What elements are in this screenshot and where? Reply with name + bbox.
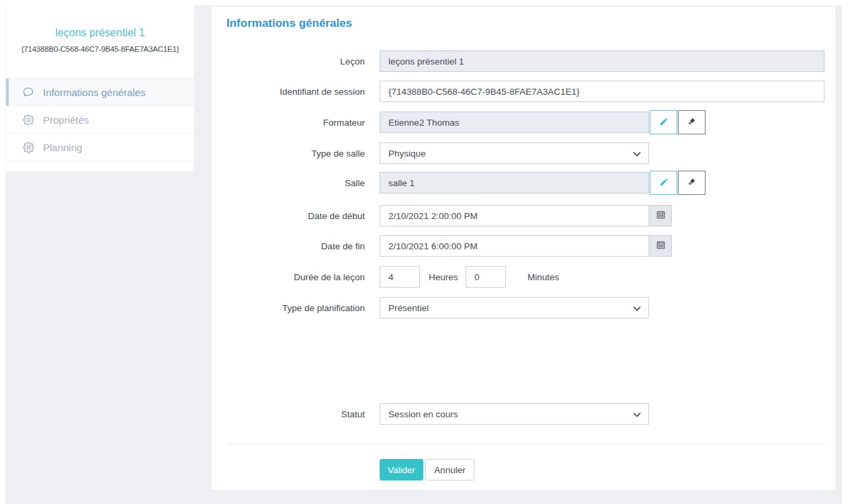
formateur-edit-button[interactable] <box>650 110 677 134</box>
type-planification-select[interactable]: Présentiel <box>380 297 649 319</box>
comment-bubble-icon <box>22 86 34 98</box>
pencil-icon <box>659 117 669 128</box>
date-fin-input[interactable] <box>380 235 649 257</box>
duree-label: Durée de la leçon <box>212 272 365 282</box>
duree-hours-input[interactable] <box>380 266 420 288</box>
session-id-input[interactable] <box>380 81 824 102</box>
lecon-label: Leçon <box>212 56 365 67</box>
date-fin-label: Date de fin <box>212 241 365 251</box>
calendar-icon <box>656 210 666 222</box>
date-debut-label: Date de début <box>212 211 365 221</box>
row-session-id: Identifiant de session <box>212 81 835 105</box>
annuler-button[interactable]: Annuler <box>425 459 474 480</box>
page-title: Informations générales <box>226 17 352 30</box>
sidebar-menu: Informations générales Propriétés Planni… <box>6 78 194 161</box>
salle-input[interactable] <box>380 172 649 194</box>
salle-label: Salle <box>212 178 365 188</box>
formateur-input[interactable] <box>380 112 649 133</box>
minutes-unit-label: Minutes <box>527 272 559 282</box>
salle-clear-button[interactable] <box>678 171 706 195</box>
form-panel: Informations générales Leçon Identifiant… <box>212 7 835 490</box>
row-statut: Statut Session en cours <box>212 403 835 427</box>
row-type-salle: Type de salle Physique <box>212 142 835 167</box>
session-id-label: Identifiant de session <box>212 87 365 97</box>
eraser-icon <box>687 116 697 128</box>
hours-unit-label: Heures <box>429 272 458 282</box>
type-salle-label: Type de salle <box>212 149 365 159</box>
sidebar-item-informations-generales[interactable]: Informations générales <box>6 79 194 106</box>
sidebar-item-planning[interactable]: Planning <box>6 134 194 161</box>
pencil-icon <box>659 177 669 189</box>
type-planification-label: Type de planification <box>212 303 365 313</box>
type-salle-select[interactable]: Physique <box>380 142 649 164</box>
row-lecon: Leçon <box>212 50 835 75</box>
row-date-fin: Date de fin <box>212 235 835 259</box>
formateur-clear-button[interactable] <box>678 110 706 134</box>
footer-divider <box>228 444 825 444</box>
statut-label: Statut <box>212 409 365 419</box>
eraser-icon <box>687 177 697 189</box>
row-duree: Durée de la leçon Heures Minutes <box>212 266 835 290</box>
date-debut-calendar-button[interactable] <box>650 205 672 226</box>
row-date-debut: Date de début <box>212 205 835 229</box>
sidebar-item-label: Planning <box>43 142 82 153</box>
statut-select[interactable]: Session en cours <box>380 403 649 425</box>
salle-edit-button[interactable] <box>650 171 677 195</box>
lecon-input[interactable] <box>380 50 824 72</box>
gear-icon <box>22 114 34 126</box>
date-debut-input[interactable] <box>380 205 649 226</box>
sidebar-item-label: Informations générales <box>43 87 146 98</box>
session-guid: {714388B0-C568-46C7-9B45-8FAE7A3AC1E1} <box>6 45 194 53</box>
row-salle: Salle <box>212 172 835 196</box>
sidebar-item-label: Propriétés <box>43 114 89 126</box>
calendar-icon <box>656 240 666 252</box>
duree-minutes-input[interactable] <box>466 266 506 288</box>
valider-button[interactable]: Valider <box>380 459 423 480</box>
row-formateur: Formateur <box>212 112 835 136</box>
formateur-label: Formateur <box>212 118 365 128</box>
date-fin-calendar-button[interactable] <box>650 235 672 257</box>
sidebar-item-proprietes[interactable]: Propriétés <box>6 106 194 134</box>
sidebar: leçons présentiel 1 {714388B0-C568-46C7-… <box>6 1 194 171</box>
lesson-title: leçons présentiel 1 <box>6 27 194 39</box>
row-type-planification: Type de planification Présentiel <box>212 297 835 321</box>
gear-icon <box>22 142 34 153</box>
